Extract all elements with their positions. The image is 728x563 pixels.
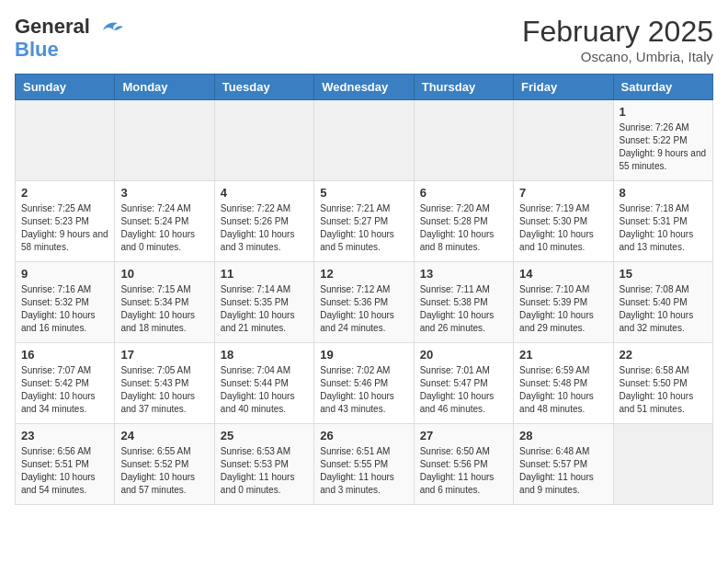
day-cell: 28Sunrise: 6:48 AMSunset: 5:57 PMDayligh…	[514, 424, 613, 505]
day-number: 11	[221, 267, 308, 281]
day-number: 17	[120, 348, 208, 362]
logo: General Blue	[15, 15, 123, 62]
day-cell: 22Sunrise: 6:58 AMSunset: 5:50 PMDayligh…	[613, 343, 712, 424]
day-cell: 7Sunrise: 7:19 AMSunset: 5:30 PMDaylight…	[514, 181, 613, 262]
day-info: Sunrise: 7:19 AMSunset: 5:30 PMDaylight:…	[519, 202, 607, 254]
day-info: Sunrise: 7:21 AMSunset: 5:27 PMDaylight:…	[320, 202, 407, 254]
weekday-header-wednesday: Wednesday	[314, 75, 414, 100]
day-cell: 13Sunrise: 7:11 AMSunset: 5:38 PMDayligh…	[414, 262, 513, 343]
day-info: Sunrise: 7:14 AMSunset: 5:35 PMDaylight:…	[221, 283, 308, 335]
day-info: Sunrise: 7:04 AMSunset: 5:44 PMDaylight:…	[221, 364, 308, 416]
week-row-4: 16Sunrise: 7:07 AMSunset: 5:42 PMDayligh…	[16, 343, 713, 424]
day-info: Sunrise: 6:51 AMSunset: 5:55 PMDaylight:…	[320, 445, 407, 497]
day-number: 10	[120, 267, 208, 281]
day-info: Sunrise: 7:05 AMSunset: 5:43 PMDaylight:…	[120, 364, 208, 416]
day-cell: 6Sunrise: 7:20 AMSunset: 5:28 PMDaylight…	[414, 181, 513, 262]
day-info: Sunrise: 7:26 AMSunset: 5:22 PMDaylight:…	[620, 121, 707, 173]
day-cell: 11Sunrise: 7:14 AMSunset: 5:35 PMDayligh…	[214, 262, 313, 343]
day-info: Sunrise: 7:24 AMSunset: 5:24 PMDaylight:…	[120, 202, 208, 254]
day-cell: 26Sunrise: 6:51 AMSunset: 5:55 PMDayligh…	[314, 424, 414, 505]
day-cell: 27Sunrise: 6:50 AMSunset: 5:56 PMDayligh…	[414, 424, 513, 505]
day-cell	[414, 100, 513, 181]
day-number: 6	[420, 186, 507, 200]
weekday-header-saturday: Saturday	[613, 75, 712, 100]
day-cell	[16, 100, 115, 181]
day-info: Sunrise: 7:20 AMSunset: 5:28 PMDaylight:…	[420, 202, 507, 254]
day-cell: 16Sunrise: 7:07 AMSunset: 5:42 PMDayligh…	[16, 343, 115, 424]
day-number: 2	[21, 186, 108, 200]
day-cell: 21Sunrise: 6:59 AMSunset: 5:48 PMDayligh…	[514, 343, 613, 424]
day-cell: 25Sunrise: 6:53 AMSunset: 5:53 PMDayligh…	[214, 424, 313, 505]
day-info: Sunrise: 7:18 AMSunset: 5:31 PMDaylight:…	[620, 202, 707, 254]
day-info: Sunrise: 7:08 AMSunset: 5:40 PMDaylight:…	[620, 283, 707, 335]
day-cell: 17Sunrise: 7:05 AMSunset: 5:43 PMDayligh…	[115, 343, 214, 424]
week-row-3: 9Sunrise: 7:16 AMSunset: 5:32 PMDaylight…	[16, 262, 713, 343]
month-title: February 2025	[522, 15, 713, 49]
week-row-2: 2Sunrise: 7:25 AMSunset: 5:23 PMDaylight…	[16, 181, 713, 262]
day-cell: 12Sunrise: 7:12 AMSunset: 5:36 PMDayligh…	[314, 262, 414, 343]
weekday-header-friday: Friday	[514, 75, 613, 100]
day-number: 18	[221, 348, 308, 362]
day-info: Sunrise: 7:01 AMSunset: 5:47 PMDaylight:…	[420, 364, 507, 416]
day-cell	[613, 424, 712, 505]
day-cell: 24Sunrise: 6:55 AMSunset: 5:52 PMDayligh…	[115, 424, 214, 505]
day-info: Sunrise: 7:12 AMSunset: 5:36 PMDaylight:…	[320, 283, 407, 335]
day-cell: 15Sunrise: 7:08 AMSunset: 5:40 PMDayligh…	[613, 262, 712, 343]
day-number: 20	[420, 348, 507, 362]
day-info: Sunrise: 7:10 AMSunset: 5:39 PMDaylight:…	[519, 283, 607, 335]
day-number: 21	[519, 348, 607, 362]
week-row-1: 1Sunrise: 7:26 AMSunset: 5:22 PMDaylight…	[16, 100, 713, 181]
day-info: Sunrise: 6:48 AMSunset: 5:57 PMDaylight:…	[519, 445, 607, 497]
day-cell: 9Sunrise: 7:16 AMSunset: 5:32 PMDaylight…	[16, 262, 115, 343]
day-info: Sunrise: 7:22 AMSunset: 5:26 PMDaylight:…	[221, 202, 308, 254]
day-number: 8	[620, 186, 707, 200]
day-cell: 20Sunrise: 7:01 AMSunset: 5:47 PMDayligh…	[414, 343, 513, 424]
day-number: 9	[21, 267, 108, 281]
day-info: Sunrise: 7:11 AMSunset: 5:38 PMDaylight:…	[420, 283, 507, 335]
day-info: Sunrise: 7:15 AMSunset: 5:34 PMDaylight:…	[120, 283, 208, 335]
calendar-header-row: SundayMondayTuesdayWednesdayThursdayFrid…	[16, 75, 713, 100]
day-number: 28	[519, 429, 607, 442]
day-number: 15	[620, 267, 707, 281]
day-number: 13	[420, 267, 507, 281]
day-number: 3	[120, 186, 208, 200]
day-number: 1	[620, 105, 707, 119]
location-title: Oscano, Umbria, Italy	[522, 49, 713, 64]
day-number: 27	[420, 429, 507, 442]
day-number: 14	[519, 267, 607, 281]
day-info: Sunrise: 7:02 AMSunset: 5:46 PMDaylight:…	[320, 364, 407, 416]
weekday-header-monday: Monday	[115, 75, 214, 100]
day-info: Sunrise: 6:56 AMSunset: 5:51 PMDaylight:…	[21, 445, 108, 497]
calendar-table: SundayMondayTuesdayWednesdayThursdayFrid…	[15, 74, 713, 505]
day-number: 7	[519, 186, 607, 200]
day-info: Sunrise: 7:07 AMSunset: 5:42 PMDaylight:…	[21, 364, 108, 416]
weekday-header-thursday: Thursday	[414, 75, 513, 100]
day-number: 5	[320, 186, 407, 200]
day-cell	[115, 100, 214, 181]
day-info: Sunrise: 6:53 AMSunset: 5:53 PMDaylight:…	[221, 445, 308, 497]
day-info: Sunrise: 7:16 AMSunset: 5:32 PMDaylight:…	[21, 283, 108, 335]
day-cell: 18Sunrise: 7:04 AMSunset: 5:44 PMDayligh…	[214, 343, 313, 424]
title-area: February 2025 Oscano, Umbria, Italy	[522, 15, 713, 64]
weekday-header-tuesday: Tuesday	[214, 75, 313, 100]
day-cell: 4Sunrise: 7:22 AMSunset: 5:26 PMDaylight…	[214, 181, 313, 262]
day-number: 26	[320, 429, 407, 442]
day-cell: 19Sunrise: 7:02 AMSunset: 5:46 PMDayligh…	[314, 343, 414, 424]
day-cell: 14Sunrise: 7:10 AMSunset: 5:39 PMDayligh…	[514, 262, 613, 343]
day-info: Sunrise: 6:50 AMSunset: 5:56 PMDaylight:…	[420, 445, 507, 497]
day-cell	[314, 100, 414, 181]
day-cell: 5Sunrise: 7:21 AMSunset: 5:27 PMDaylight…	[314, 181, 414, 262]
day-number: 23	[21, 429, 108, 442]
day-cell: 23Sunrise: 6:56 AMSunset: 5:51 PMDayligh…	[16, 424, 115, 505]
day-info: Sunrise: 6:58 AMSunset: 5:50 PMDaylight:…	[620, 364, 707, 416]
day-cell	[214, 100, 313, 181]
day-info: Sunrise: 7:25 AMSunset: 5:23 PMDaylight:…	[21, 202, 108, 254]
day-cell: 3Sunrise: 7:24 AMSunset: 5:24 PMDaylight…	[115, 181, 214, 262]
logo-text: General Blue	[15, 15, 123, 62]
day-number: 24	[120, 429, 208, 442]
day-number: 12	[320, 267, 407, 281]
page-header: General Blue February 2025 Oscano, Umbri…	[15, 15, 713, 64]
day-cell: 2Sunrise: 7:25 AMSunset: 5:23 PMDaylight…	[16, 181, 115, 262]
weekday-header-sunday: Sunday	[16, 75, 115, 100]
day-number: 25	[221, 429, 308, 442]
